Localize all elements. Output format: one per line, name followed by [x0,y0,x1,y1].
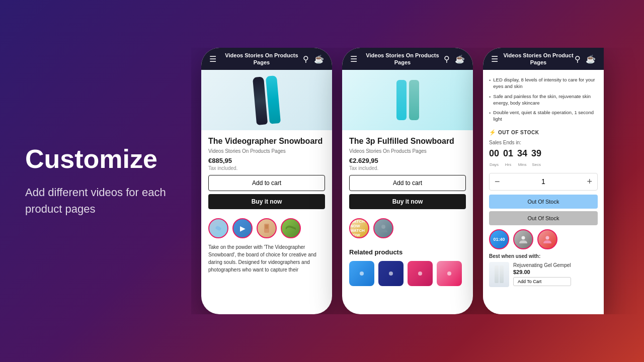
countdown: 00 Days 01 Hrs 34 Mins 39 [489,148,598,168]
days-label: Days [490,162,499,167]
oos-text: OUT OF STOCK [498,130,539,135]
phone-3-navbar: ☰ Videos Stories On Product Pages ⚲ ☕ [483,48,604,70]
story-circle-3-3[interactable] [537,229,557,249]
related-title: Related products [349,248,466,256]
qty-control: − 1 + [489,173,598,191]
cart-icon[interactable]: ☕ [314,54,324,64]
bullet-3: Double vent, quiet & stable operation, 1… [489,108,598,124]
story-circle-1[interactable] [208,218,228,238]
hamburger-icon[interactable]: ☰ [209,54,216,64]
bullet-list: LED display, 8 levels of intensity to ca… [489,75,598,124]
snowboard-2 [396,80,419,120]
product-price-1: €885,95 [208,157,325,164]
phone-1-wrapper: ☰ Videos Stories On Products Pages ⚲ ☕ T… [201,48,332,314]
oos-blue-button[interactable]: Out Of Stock [489,195,598,209]
serum-bottle [495,265,504,283]
phone-3-body: LED display, 8 levels of intensity to ca… [483,70,604,314]
phone-1-store-title: Videos Stories On Products Pages [220,52,303,66]
search-icon-3[interactable]: ⚲ [575,54,581,64]
cart-icon-3[interactable]: ☕ [586,54,596,64]
phone-3-icons: ⚲ ☕ [575,54,596,64]
product-image-1 [201,70,332,130]
search-icon-2[interactable]: ⚲ [444,54,450,64]
story-circle-2-2[interactable] [373,218,393,238]
phone-3: ☰ Videos Stories On Product Pages ⚲ ☕ LE… [483,48,604,314]
svg-point-2 [381,225,385,229]
oos-gray-button[interactable]: Out Of Stock [489,211,598,225]
related-add-to-cart-button[interactable]: Add To Cart [513,277,571,286]
search-icon[interactable]: ⚲ [303,54,309,64]
phone-1: ☰ Videos Stories On Products Pages ⚲ ☕ T… [201,48,332,314]
phone-2: ☰ Videos Stories On Products Pages ⚲ ☕ T… [342,48,473,314]
best-when-label: Best when used with: [489,253,598,259]
hrs-label: Hrs [505,162,511,167]
countdown-hrs: 01 Hrs [503,148,513,168]
snowboard-image [253,75,281,125]
svg-rect-1 [265,225,268,229]
related-thumb-1[interactable] [349,261,374,286]
countdown-mins: 34 Mins [517,148,527,168]
phone-2-icons: ⚲ ☕ [444,54,465,64]
product-description-1: Take on the powder with 'The Videographe… [201,243,332,274]
mins-label: Mins [518,162,527,167]
lightning-icon: ⚡ [489,129,496,136]
svg-point-4 [546,236,549,239]
related-products-section: Related products [342,243,473,291]
related-thumb-3[interactable] [408,261,433,286]
bullet-2: Safe and painless for the skin, rejuvena… [489,92,598,108]
qty-plus[interactable]: + [587,176,592,187]
story-circle-3-2[interactable] [513,229,533,249]
phone-1-navbar: ☰ Videos Stories On Products Pages ⚲ ☕ [201,48,332,70]
product-store-2: Videos Stories On Products Pages [349,148,466,154]
cart-icon-2[interactable]: ☕ [455,54,465,64]
story-circle-4[interactable] [281,218,301,238]
qty-minus[interactable]: − [495,176,500,187]
countdown-days: 00 Days [489,148,499,168]
play-icon: ▶ [240,224,246,232]
related-product-name: Rejuvenating Gel Gempel [513,262,571,268]
sb2-a [396,80,407,120]
story-circle-2[interactable]: ▶ [232,218,253,238]
related-thumbs [349,261,466,286]
story-circle-3-1[interactable]: 01:40 [489,229,509,249]
related-product: Rejuvenating Gel Gempel $29.00 Add To Ca… [489,262,598,287]
snowboard-dark [253,76,268,125]
product-title-1: The Videographer Snowboard [208,136,325,146]
tax-info-2: Tax included. [349,165,466,171]
phone-3-store-title: Videos Stories On Product Pages [502,52,575,66]
sales-ends-label: Sales Ends in: [489,140,598,145]
add-to-cart-button-1[interactable]: Add to cart [208,175,325,191]
product-price-2: €2.629,95 [349,157,466,164]
hamburger-icon-3[interactable]: ☰ [491,54,498,64]
product-info-1: The Videographer Snowboard Videos Storie… [201,130,332,218]
related-thumb-4[interactable] [437,261,462,286]
product-info-2: The 3p Fulfilled Snowboard Videos Storie… [342,130,473,218]
svg-point-3 [522,236,525,239]
bullet-1: LED display, 8 levels of intensity to ca… [489,75,598,92]
left-panel: Customize Add different videos for each … [0,115,191,247]
days-value: 00 [489,148,499,159]
buy-now-button-2[interactable]: Buy it now [349,194,466,209]
main-heading: Customize [25,145,166,173]
product-store-1: Videos Stories On Products Pages [208,148,325,154]
hamburger-icon-2[interactable]: ☰ [350,54,357,64]
buy-now-button-1[interactable]: Buy it now [208,194,325,209]
related-product-price: $29.00 [513,269,571,275]
sub-heading: Add different videos for each product pa… [25,184,166,217]
phone-1-icons: ⚲ ☕ [303,54,324,64]
out-of-stock-badge: ⚡ OUT OF STOCK [489,129,598,136]
phone-2-store-title: Videos Stories On Products Pages [361,52,444,66]
story-circles-3: 01:40 [489,229,598,249]
countdown-secs: 39 Secs [531,148,541,168]
story-circle-3[interactable] [257,218,277,238]
phone-2-wrapper: ☰ Videos Stories On Products Pages ⚲ ☕ T… [342,48,473,314]
tax-info-1: Tax included. [208,165,325,171]
hrs-value: 01 [503,148,513,159]
product-title-2: The 3p Fulfilled Snowboard [349,136,466,146]
related-product-info: Rejuvenating Gel Gempel $29.00 Add To Ca… [513,262,571,286]
add-to-cart-button-2[interactable]: Add to cart [349,175,466,191]
related-thumb-2[interactable] [378,261,404,286]
story-circle-2-1[interactable]: WATCH NOW WATCH NOW [349,218,369,238]
story-circles-2: WATCH NOW WATCH NOW [342,218,473,238]
phone-2-navbar: ☰ Videos Stories On Products Pages ⚲ ☕ [342,48,473,70]
